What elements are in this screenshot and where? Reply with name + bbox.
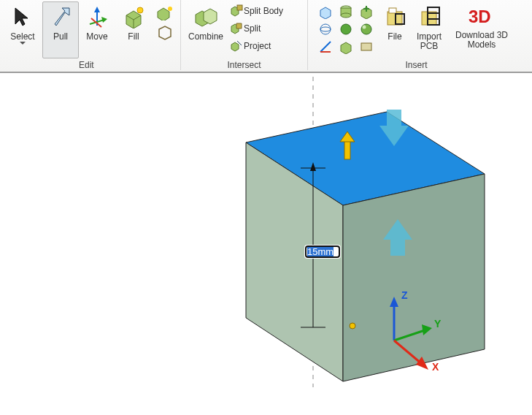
- insert-plus-solid-icon[interactable]: [359, 4, 374, 21]
- insert-cube-icon[interactable]: [318, 4, 333, 21]
- small-tool-2-icon[interactable]: [156, 25, 172, 43]
- split-label: Split: [244, 23, 305, 34]
- svg-point-13: [361, 24, 371, 34]
- pull-button[interactable]: Pull: [42, 1, 79, 58]
- dimension-input[interactable]: [305, 245, 340, 258]
- axis-z-label: Z: [401, 289, 408, 301]
- svg-rect-17: [361, 43, 371, 50]
- insert-group-label: Insert: [308, 60, 525, 70]
- split-body-button[interactable]: Split Body: [229, 3, 305, 19]
- insert-sphere-shaded-icon[interactable]: [359, 22, 374, 39]
- combine-button[interactable]: Combine: [184, 1, 228, 58]
- download-3d-icon: 3D: [449, 5, 514, 29]
- select-button[interactable]: Select: [4, 1, 41, 58]
- svg-point-14: [363, 26, 366, 29]
- project-label: Project: [244, 41, 305, 51]
- import-pcb-label: Import PCB: [412, 32, 446, 51]
- insert-cube-small-icon[interactable]: [339, 39, 353, 56]
- insert-sphere-icon[interactable]: [339, 22, 353, 39]
- svg-point-37: [350, 323, 355, 329]
- dropdown-caret-icon: [20, 42, 26, 45]
- svg-rect-19: [389, 8, 396, 13]
- pull-label: Pull: [43, 32, 78, 42]
- svg-point-10: [320, 24, 331, 34]
- svg-point-3: [137, 7, 143, 13]
- combine-label: Combine: [185, 32, 227, 42]
- move-button[interactable]: Move: [79, 1, 115, 58]
- import-pcb-icon: [412, 5, 446, 31]
- download-3d-button[interactable]: 3D Download 3D Models: [448, 1, 515, 58]
- file-label: File: [379, 32, 411, 42]
- model-render: [0, 73, 532, 415]
- insert-sphere-wire-icon[interactable]: [318, 22, 333, 39]
- svg-point-4: [168, 7, 172, 11]
- file-button[interactable]: File: [378, 1, 412, 58]
- fill-box-icon: [116, 5, 151, 31]
- select-label: Select: [5, 32, 40, 42]
- split-body-icon: [229, 4, 244, 19]
- svg-point-9: [341, 13, 351, 18]
- axis-y-label: Y: [434, 318, 441, 330]
- svg-rect-5: [237, 5, 242, 10]
- edit-group-label: Edit: [79, 60, 94, 70]
- fill-label: Fill: [116, 32, 151, 42]
- intersect-group-label: Intersect: [181, 60, 307, 70]
- axis-x-label: X: [432, 361, 439, 373]
- svg-text:3D: 3D: [469, 7, 491, 26]
- insert-axes-small-icon[interactable]: [318, 39, 333, 56]
- insert-misc-icon[interactable]: [359, 39, 374, 56]
- svg-point-12: [341, 24, 351, 34]
- insert-cylinder-icon[interactable]: [339, 4, 353, 21]
- cursor-icon: [5, 5, 40, 31]
- split-button[interactable]: Split: [229, 20, 305, 37]
- fill-button[interactable]: Fill: [115, 1, 152, 58]
- download-3d-label: Download 3D Models: [449, 31, 514, 50]
- pull-arrow-icon: [43, 5, 78, 31]
- split-body-label: Split Body: [244, 6, 305, 16]
- ribbon-toolbar: Select Pull Move: [0, 0, 532, 73]
- ribbon-group-insert: File Import PCB 3D Download 3D Models In…: [308, 0, 525, 70]
- file-icon: [379, 5, 411, 31]
- project-icon: [229, 39, 244, 54]
- ribbon-group-intersect: Combine Split Body Split Project Interse…: [181, 0, 308, 70]
- move-axes-icon: [80, 5, 115, 31]
- split-icon: [229, 21, 244, 37]
- svg-point-11: [320, 27, 331, 31]
- svg-line-15: [320, 42, 331, 52]
- viewport-3d[interactable]: Z Y X: [0, 73, 532, 415]
- combine-icon: [185, 5, 227, 31]
- svg-marker-28: [343, 174, 485, 381]
- move-label: Move: [80, 32, 115, 42]
- small-tool-1-icon[interactable]: [156, 6, 174, 23]
- ribbon-group-edit: Select Pull Move: [0, 0, 181, 70]
- project-button[interactable]: Project: [229, 38, 305, 54]
- import-pcb-button[interactable]: Import PCB: [412, 1, 447, 58]
